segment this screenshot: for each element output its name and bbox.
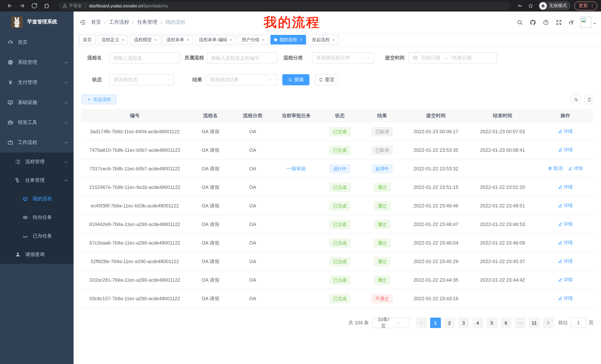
cancel-link[interactable]: 取消 bbox=[548, 165, 563, 172]
page-button-3[interactable]: 3 bbox=[458, 318, 469, 328]
search-icon[interactable] bbox=[517, 19, 523, 25]
tab-流程模型[interactable]: 流程模型× bbox=[130, 35, 160, 45]
home-icon[interactable] bbox=[43, 3, 50, 9]
back-icon[interactable] bbox=[7, 3, 13, 9]
detail-link[interactable]: 详情 bbox=[558, 221, 573, 228]
sidebar-item-系统管理[interactable]: 系统管理 bbox=[0, 52, 74, 72]
not-secure-warning-icon[interactable] bbox=[62, 3, 67, 8]
sidebar-item-基础设施[interactable]: 基础设施 bbox=[0, 92, 74, 112]
app-logo-row[interactable]: 芋道管理系统 bbox=[0, 11, 74, 32]
close-icon[interactable]: × bbox=[262, 38, 265, 42]
detail-link[interactable]: 详情 bbox=[558, 147, 573, 153]
end-time: 2022-01-22 23:49:51 bbox=[468, 203, 537, 209]
gear-icon bbox=[7, 59, 13, 65]
sidebar-item-首页[interactable]: 首页 bbox=[0, 32, 74, 52]
table-header-row: 编号流程名流程分类当前审批任务状态结果提交时间结束时间操作 bbox=[81, 109, 594, 123]
breadcrumb-separator: / bbox=[133, 19, 134, 25]
end-time: 2022-01-23 00:07:03 bbox=[468, 129, 537, 134]
task-link[interactable]: 一级审批 bbox=[287, 166, 306, 171]
tab-用户分组[interactable]: 用户分组× bbox=[238, 35, 268, 45]
tab-流程定义[interactable]: 流程定义× bbox=[98, 35, 128, 45]
sidebar-item-待办任务[interactable]: 待办任务 bbox=[0, 208, 74, 227]
sidebar-item-已办任务[interactable]: 已办任务 bbox=[0, 227, 74, 245]
pagination: 共 104 条10条/页12345611前往1页 bbox=[348, 318, 594, 328]
close-icon[interactable]: × bbox=[230, 38, 232, 42]
close-icon[interactable]: × bbox=[332, 38, 335, 42]
more-pages-button[interactable] bbox=[515, 318, 525, 328]
action-label: 详情 bbox=[563, 128, 573, 135]
page-button-6[interactable]: 6 bbox=[501, 318, 511, 328]
page-button-11[interactable]: 11 bbox=[529, 318, 540, 328]
close-icon[interactable]: × bbox=[154, 38, 157, 42]
refresh-table-button[interactable] bbox=[584, 94, 594, 105]
status-select[interactable]: 请选择状态 bbox=[109, 74, 174, 85]
help-icon[interactable] bbox=[542, 19, 549, 25]
create-process-button[interactable]: 发起流程 bbox=[82, 95, 116, 104]
detail-link[interactable]: 详情 bbox=[558, 184, 573, 190]
sidebar-item-任务管理[interactable]: 任务管理 bbox=[0, 171, 74, 190]
reload-icon[interactable] bbox=[31, 3, 38, 9]
search-button[interactable]: 搜索 bbox=[282, 74, 310, 85]
fullscreen-icon[interactable] bbox=[555, 19, 562, 25]
tab-流程表单-编辑[interactable]: 流程表单-编辑× bbox=[195, 35, 236, 45]
tab-发起流程[interactable]: 发起流程× bbox=[308, 35, 338, 45]
detail-link[interactable]: 详情 bbox=[558, 203, 573, 209]
goto-page-input[interactable]: 1 bbox=[571, 318, 586, 328]
result-select[interactable]: 请选择流结果 bbox=[206, 74, 277, 85]
page-button-2[interactable]: 2 bbox=[444, 318, 455, 328]
tab-我的流程[interactable]: 我的流程× bbox=[270, 35, 306, 45]
detail-link[interactable]: 详情 bbox=[558, 295, 573, 302]
sidebar-item-支付管理[interactable]: ¥支付管理 bbox=[0, 72, 74, 92]
result-cell: 已取消 bbox=[360, 146, 404, 154]
detail-link[interactable]: 详情 bbox=[568, 165, 583, 172]
detail-link[interactable]: 详情 bbox=[558, 128, 573, 135]
sidebar-item-流程管理[interactable]: 流程管理 bbox=[0, 153, 74, 171]
password-key-icon[interactable] bbox=[517, 3, 523, 9]
submit-time-range-picker[interactable]: 开始日期 - 结束日期 bbox=[409, 52, 497, 63]
page-button-4[interactable]: 4 bbox=[472, 318, 483, 328]
table-row: 819442e8-7b9a-11ec-a290-acde48001122OA 请… bbox=[81, 215, 594, 234]
breadcrumb-item[interactable]: 首页 bbox=[91, 19, 101, 26]
address-bar[interactable]: 不安全 dashboard.yudao.iocoder.cn/bpm/task/… bbox=[58, 2, 511, 10]
category-select[interactable]: 请选择流程分类 bbox=[312, 52, 374, 63]
page-button-1[interactable]: 1 bbox=[430, 318, 441, 328]
font-size-icon[interactable]: TT bbox=[569, 19, 573, 25]
bookmark-star-icon[interactable] bbox=[528, 3, 533, 9]
breadcrumb-item[interactable]: 任务管理 bbox=[137, 19, 157, 26]
show-search-button[interactable] bbox=[571, 94, 581, 105]
page-button-5[interactable]: 5 bbox=[486, 318, 497, 328]
sidebar-item-研发工具[interactable]: 研发工具 bbox=[0, 112, 74, 133]
prev-page-button[interactable] bbox=[416, 318, 427, 328]
close-icon[interactable]: × bbox=[300, 38, 302, 42]
active-tab-dot bbox=[274, 38, 277, 41]
avatar-caret-down-icon[interactable] bbox=[593, 22, 597, 26]
parent-process-input[interactable] bbox=[207, 52, 277, 63]
process-name-input[interactable] bbox=[109, 52, 180, 63]
detail-link[interactable]: 详情 bbox=[558, 258, 573, 265]
sidebar-item-我的流程[interactable]: 我的流程 bbox=[0, 190, 74, 208]
reset-button[interactable]: 重置 bbox=[315, 74, 338, 85]
avatar[interactable] bbox=[580, 17, 591, 28]
detail-link[interactable]: 详情 bbox=[558, 277, 573, 283]
sidebar-item-请假查询[interactable]: 请假查询 bbox=[0, 245, 74, 264]
close-icon[interactable]: × bbox=[122, 38, 124, 42]
table-row: 331bc281-7b9a-11ec-a290-acde48001122OA 请… bbox=[81, 271, 594, 289]
monitor-icon bbox=[7, 99, 13, 105]
browser-menu-dots-icon[interactable] bbox=[590, 3, 595, 8]
tab-首页[interactable]: 首页 bbox=[79, 35, 95, 45]
close-icon[interactable]: × bbox=[187, 38, 189, 42]
page-size-select[interactable]: 10条/页 bbox=[372, 318, 410, 328]
sidebar-item-工作流程[interactable]: 工作流程 bbox=[0, 133, 74, 153]
current-task[interactable]: 一级审批 bbox=[273, 165, 319, 172]
breadcrumb-item[interactable]: 工作流程 bbox=[109, 19, 129, 26]
forward-icon[interactable] bbox=[19, 3, 25, 9]
detail-link[interactable]: 详情 bbox=[558, 240, 573, 246]
update-button[interactable]: 更新 bbox=[574, 1, 597, 10]
process-name: OA 请假 bbox=[189, 184, 232, 191]
next-page-button[interactable] bbox=[543, 318, 554, 328]
hamburger-icon[interactable] bbox=[79, 19, 86, 26]
github-icon[interactable] bbox=[530, 19, 536, 25]
tab-流程表单[interactable]: 流程表单× bbox=[163, 35, 193, 45]
chevron-down-icon bbox=[63, 80, 68, 85]
calendar-icon bbox=[413, 55, 418, 60]
